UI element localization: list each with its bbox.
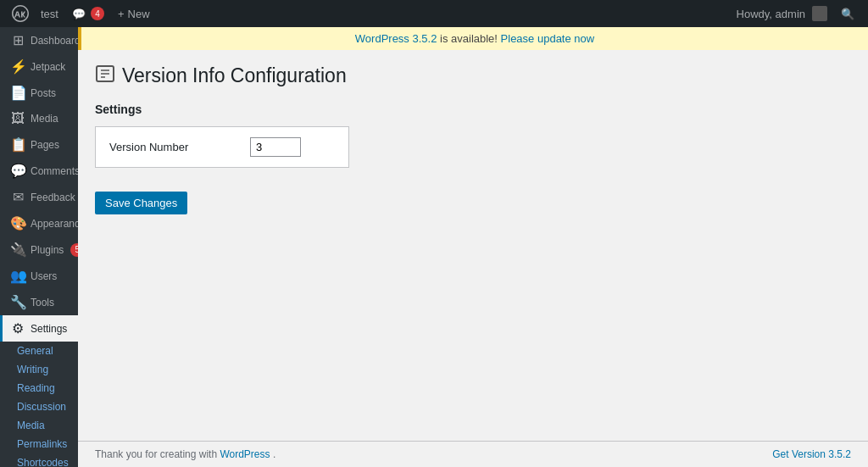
version-number-label: Version Number: [109, 141, 236, 153]
search-item[interactable]: 🔍: [834, 0, 861, 27]
plus-icon: +: [118, 8, 125, 20]
pages-icon: 📋: [10, 136, 25, 153]
thank-you-text: Thank you for creating with: [95, 448, 220, 460]
admin-menu: ⊞ Dashboard ⚡ Jetpack 📄 Posts 🖼 Media: [0, 27, 78, 467]
sidebar-item-media[interactable]: 🖼 Media: [0, 106, 78, 131]
wordpress-logo-icon: [12, 5, 29, 22]
get-version-link[interactable]: Get Version 3.5.2: [772, 448, 851, 460]
dashboard-icon: ⊞: [10, 32, 25, 48]
sidebar-item-media-label: Media: [31, 113, 58, 125]
version-number-input[interactable]: [250, 137, 301, 157]
comments-badge: 4: [91, 7, 104, 20]
submenu-item-permalinks[interactable]: Permalinks: [0, 435, 78, 453]
wordpress-link[interactable]: WordPress: [220, 448, 270, 460]
sidebar-item-users[interactable]: 👥 Users: [0, 263, 78, 289]
sidebar-item-plugins-label: Plugins: [31, 244, 64, 256]
sidebar-item-feedback[interactable]: ✉ Feedback: [0, 184, 78, 210]
content-wrap: WordPress 3.5.2 is available! Please upd…: [78, 27, 868, 467]
version-number-row: Version Number: [109, 137, 335, 157]
submenu-item-media[interactable]: Media: [0, 416, 78, 435]
sidebar-item-settings[interactable]: ⚙ Settings: [0, 315, 78, 342]
version-info-icon: [95, 64, 115, 89]
footer-left: Thank you for creating with WordPress .: [95, 448, 275, 460]
howdy-label: Howdy, admin: [737, 8, 805, 20]
sidebar-item-plugins[interactable]: 🔌 Plugins 5: [0, 236, 78, 263]
save-button-wrap: Save Changes: [95, 180, 851, 214]
jetpack-icon: ⚡: [10, 58, 25, 75]
sidebar-item-appearance-label: Appearance: [31, 218, 78, 230]
update-notice-text: is available!: [440, 32, 501, 45]
wp-version-link[interactable]: WordPress 3.5.2: [355, 32, 437, 45]
new-label: New: [128, 8, 150, 20]
users-icon: 👥: [10, 268, 25, 284]
settings-icon: ⚙: [10, 320, 25, 336]
adminbar-left: test 💬 4 + New: [7, 0, 157, 27]
sidebar-item-pages-label: Pages: [31, 139, 59, 151]
page-title: Version Info Configuration: [122, 64, 347, 89]
new-content-item[interactable]: + New: [111, 0, 157, 27]
comments-item[interactable]: 💬 4: [65, 0, 111, 27]
howdy-item[interactable]: Howdy, admin: [730, 0, 834, 27]
sidebar-item-comments[interactable]: 💬 Comments: [0, 158, 78, 184]
settings-box: Version Number: [95, 126, 349, 168]
page-content: Version Info Configuration Settings Vers…: [78, 50, 868, 441]
appearance-icon: 🎨: [10, 215, 25, 231]
site-footer: Thank you for creating with WordPress . …: [78, 441, 868, 467]
plugins-icon: 🔌: [10, 242, 25, 258]
wp-logo[interactable]: [7, 0, 34, 27]
sidebar-item-dashboard-row: ⊞ Dashboard: [10, 32, 78, 48]
sidebar-item-feedback-label: Feedback: [31, 192, 75, 203]
settings-section: Settings Version Number Save Changes: [95, 103, 851, 214]
site-name-item[interactable]: test: [34, 0, 65, 27]
media-icon: 🖼: [10, 111, 25, 126]
submenu-item-discussion[interactable]: Discussion: [0, 398, 78, 416]
sidebar-item-tools[interactable]: 🔧 Tools: [0, 289, 78, 315]
sidebar-item-comments-label: Comments: [31, 165, 78, 177]
plugins-badge: 5: [70, 243, 78, 257]
sidebar-item-jetpack-label: Jetpack: [31, 61, 65, 73]
please-update-link[interactable]: Please update now: [501, 32, 595, 45]
site-name-label: test: [41, 8, 58, 20]
sidebar-item-dashboard[interactable]: ⊞ Dashboard: [0, 27, 78, 53]
tools-icon: 🔧: [10, 294, 25, 310]
submenu-item-reading[interactable]: Reading: [0, 379, 78, 398]
save-changes-button[interactable]: Save Changes: [95, 192, 187, 214]
sidebar-item-appearance[interactable]: 🎨 Appearance: [0, 210, 78, 236]
sidebar-item-pages[interactable]: 📋 Pages: [0, 131, 78, 158]
submenu-item-writing[interactable]: Writing: [0, 360, 78, 379]
sidebar-item-posts[interactable]: 📄 Posts: [0, 80, 78, 106]
comment-icon: 💬: [72, 8, 86, 20]
admin-bar: test 💬 4 + New Howdy, admin 🔍: [0, 0, 868, 27]
comments-icon: 💬: [10, 163, 25, 179]
sidebar-item-posts-label: Posts: [31, 87, 56, 99]
sidebar-item-settings-label: Settings: [31, 323, 67, 335]
posts-icon: 📄: [10, 85, 25, 101]
avatar: [812, 6, 827, 21]
search-icon: 🔍: [841, 8, 854, 20]
update-notice: WordPress 3.5.2 is available! Please upd…: [78, 27, 868, 50]
feedback-icon: ✉: [10, 189, 25, 205]
submenu-item-shortcodes[interactable]: Shortcodes: [0, 453, 78, 467]
settings-section-title: Settings: [95, 103, 851, 116]
sidebar-item-tools-label: Tools: [31, 297, 54, 309]
sidebar-item-users-label: Users: [31, 270, 57, 282]
main-wrap: ⊞ Dashboard ⚡ Jetpack 📄 Posts 🖼 Media: [0, 27, 868, 467]
adminbar-right: Howdy, admin 🔍: [730, 0, 861, 27]
page-title-wrap: Version Info Configuration: [95, 64, 851, 89]
settings-submenu: General Writing Reading Discussion Media…: [0, 342, 78, 467]
sidebar-item-jetpack[interactable]: ⚡ Jetpack: [0, 53, 78, 80]
submenu-item-general[interactable]: General: [0, 342, 78, 360]
sidebar-item-dashboard-label: Dashboard: [31, 35, 78, 47]
